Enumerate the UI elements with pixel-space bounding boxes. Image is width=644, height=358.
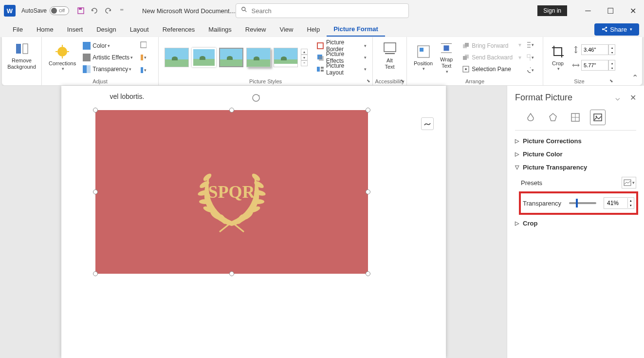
send-backward-button[interactable]: Send Backward: [460, 52, 515, 63]
save-button[interactable]: [74, 4, 88, 18]
gallery-scroll-down[interactable]: ▾: [301, 55, 308, 60]
picture-color-section[interactable]: ▷ Picture Color: [515, 148, 636, 161]
document-page[interactable]: vel lobortis.: [61, 86, 446, 358]
tab-file[interactable]: File: [6, 23, 30, 36]
height-icon: [571, 45, 580, 54]
slider-thumb[interactable]: [576, 199, 578, 207]
collapse-ribbon-button[interactable]: ⌃: [632, 73, 638, 82]
reset-picture-button[interactable]: ▾: [138, 65, 148, 76]
tab-home[interactable]: Home: [30, 23, 60, 36]
qat-customize[interactable]: ⁼: [115, 4, 129, 18]
transparency-down[interactable]: ▾: [628, 203, 634, 208]
size-launcher[interactable]: ⬊: [609, 78, 613, 83]
selection-handle-tl[interactable]: [93, 108, 98, 113]
picture-corrections-section[interactable]: ▷ Picture Corrections: [515, 134, 636, 148]
selection-handle-br[interactable]: [366, 271, 370, 276]
tab-insert[interactable]: Insert: [60, 23, 90, 36]
picture-category-icon[interactable]: [590, 110, 606, 125]
selected-image[interactable]: SPQR: [95, 110, 368, 274]
transparency-button[interactable]: Transparency▾: [81, 63, 135, 75]
group-button[interactable]: ▾: [524, 52, 536, 63]
alt-text-button[interactable]: Alt Text: [377, 39, 403, 72]
tab-mailings[interactable]: Mailings: [202, 23, 239, 36]
picture-style-1[interactable]: [165, 48, 189, 67]
gallery-expand[interactable]: ⁼: [301, 60, 308, 66]
picture-border-button[interactable]: Picture Border▾: [314, 40, 368, 52]
tab-picture-format[interactable]: Picture Format: [327, 22, 385, 37]
position-button[interactable]: Position▾: [411, 39, 436, 76]
selection-handle-ml[interactable]: [93, 189, 98, 194]
close-button[interactable]: ✕: [622, 3, 644, 19]
tab-references[interactable]: References: [156, 23, 202, 36]
height-input[interactable]: [581, 44, 608, 55]
picture-transparency-section[interactable]: ▽ Picture Transparency: [515, 161, 636, 174]
selection-handle-mr[interactable]: [366, 189, 370, 194]
wrap-text-button[interactable]: Wrap Text▾: [436, 39, 457, 76]
bring-forward-more[interactable]: ▾: [516, 39, 523, 50]
picture-styles-launcher[interactable]: ⬊: [367, 78, 370, 83]
fill-line-icon[interactable]: [523, 110, 538, 125]
share-button[interactable]: Share ▾: [594, 23, 639, 36]
transparency-up[interactable]: ▴: [628, 198, 634, 203]
tab-layout[interactable]: Layout: [123, 23, 156, 36]
height-down[interactable]: ▾: [609, 50, 615, 55]
tab-design[interactable]: Design: [90, 23, 123, 36]
document-title[interactable]: New Microsoft Word Document.... ⌵: [142, 7, 243, 15]
signin-button[interactable]: Sign in: [537, 5, 567, 16]
tab-help[interactable]: Help: [300, 23, 327, 36]
compress-pictures-button[interactable]: [138, 39, 148, 50]
svg-rect-24: [317, 67, 320, 72]
picture-style-3[interactable]: [219, 48, 243, 67]
send-backward-more[interactable]: ▾: [516, 52, 523, 63]
width-input[interactable]: [581, 60, 608, 71]
rotate-button[interactable]: ▾: [524, 65, 536, 76]
selected-image-container: SPQR: [95, 110, 417, 274]
crop-section[interactable]: ▷ Crop: [515, 217, 636, 230]
picture-layout-button[interactable]: Picture Layout▾: [314, 63, 368, 75]
autosave-control[interactable]: AutoSave Off: [21, 6, 69, 15]
selection-handle-bc[interactable]: [229, 271, 234, 276]
tab-review[interactable]: Review: [239, 23, 273, 36]
minimize-button[interactable]: ─: [577, 3, 599, 19]
selection-handle-tr[interactable]: [366, 108, 370, 113]
width-down[interactable]: ▾: [609, 65, 615, 70]
rotate-handle[interactable]: [251, 93, 261, 105]
selection-handle-bl[interactable]: [93, 271, 98, 276]
transparency-input[interactable]: [604, 198, 627, 208]
bring-forward-button[interactable]: Bring Forward: [460, 40, 515, 52]
width-up[interactable]: ▴: [609, 60, 615, 65]
change-picture-button[interactable]: ▾: [138, 52, 148, 63]
layout-category-icon[interactable]: [568, 110, 583, 125]
crop-button[interactable]: Crop▾: [547, 42, 569, 73]
picture-style-2[interactable]: [192, 48, 216, 67]
height-up[interactable]: ▴: [609, 45, 615, 50]
search-box[interactable]: [236, 3, 409, 18]
picture-style-gallery[interactable]: ▴ ▾ ⁼: [163, 44, 310, 71]
picture-effects-button[interactable]: Picture Effects▾: [314, 52, 368, 63]
artistic-effects-button[interactable]: Artistic Effects▾: [81, 52, 135, 63]
autosave-toggle[interactable]: Off: [50, 6, 69, 15]
undo-button[interactable]: [88, 4, 101, 18]
pane-close-button[interactable]: ✕: [630, 93, 636, 102]
search-input[interactable]: [252, 7, 404, 15]
tab-view[interactable]: View: [273, 23, 300, 36]
picture-style-4[interactable]: [246, 48, 271, 67]
presets-dropdown[interactable]: ▾: [622, 177, 636, 188]
selection-pane-button[interactable]: Selection Pane: [460, 63, 515, 75]
selection-handle-tc[interactable]: [229, 108, 234, 113]
svg-rect-35: [465, 43, 469, 47]
maximize-button[interactable]: ☐: [599, 3, 622, 19]
corrections-button[interactable]: Corrections ▾: [46, 39, 79, 76]
color-button[interactable]: Color▾: [81, 40, 135, 52]
align-button[interactable]: ▾: [524, 39, 536, 50]
accessibility-launcher[interactable]: ⬊: [401, 78, 405, 83]
redo-button[interactable]: [101, 4, 115, 18]
transparency-slider[interactable]: [569, 202, 596, 204]
layout-options-button[interactable]: [421, 117, 434, 130]
pane-options-button[interactable]: ⌵: [615, 93, 620, 102]
picture-style-5[interactable]: [274, 48, 298, 67]
remove-background-button[interactable]: Remove Background: [6, 39, 37, 72]
effects-category-icon[interactable]: [545, 110, 561, 125]
svg-rect-44: [530, 57, 531, 60]
gallery-scroll-up[interactable]: ▴: [301, 49, 308, 55]
